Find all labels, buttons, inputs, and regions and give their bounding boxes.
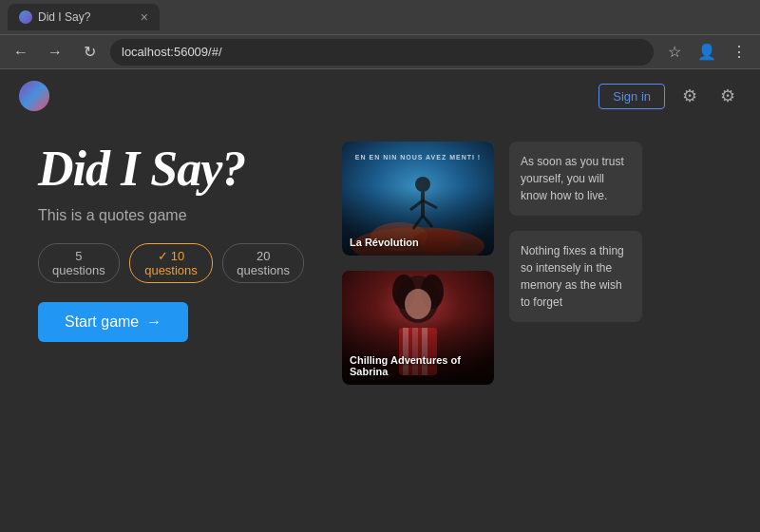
browser-chrome: Did I Say? × ← → ↻ localhost:56009/#/ ☆ … <box>0 0 760 69</box>
app-navbar: Sign in ⚙ ⚙ <box>0 69 760 123</box>
tab-favicon <box>19 10 32 24</box>
url-text: localhost:56009/#/ <box>122 45 222 59</box>
la-revolution-card-inner: La Révolution <box>342 142 494 256</box>
app-main: Did I Say? This is a quotes game 5 quest… <box>0 123 760 404</box>
gear-icon[interactable]: ⚙ <box>714 83 741 109</box>
quote-card-1: As soon as you trust yourself, you will … <box>509 142 642 216</box>
show-card-la-revolution[interactable]: EN EN NIN NOUS AVEZ MENTI ! La Révolutio… <box>342 142 494 256</box>
question-option-5[interactable]: 5 questions <box>38 243 120 283</box>
question-option-20-label: 20 questions <box>237 249 290 277</box>
start-game-arrow: → <box>146 314 162 331</box>
game-title: Did I Say? <box>38 142 304 196</box>
right-panel: EN EN NIN NOUS AVEZ MENTI ! La Révolutio… <box>342 142 722 385</box>
question-option-20[interactable]: 20 questions <box>222 243 304 283</box>
la-revolution-label: La Révolution <box>350 237 419 248</box>
question-option-10[interactable]: ✓10 questions <box>129 243 214 283</box>
game-subtitle: This is a quotes game <box>38 207 304 224</box>
sabrina-label: Chilling Adventures of Sabrina <box>350 354 486 377</box>
question-option-10-label: 10 questions <box>144 249 198 277</box>
quote-text-1: As soon as you trust yourself, you will … <box>521 153 631 204</box>
back-button[interactable]: ← <box>8 39 34 66</box>
address-bar[interactable]: localhost:56009/#/ <box>110 39 654 66</box>
tab-title: Did I Say? <box>38 10 90 24</box>
quote-cards-column: As soon as you trust yourself, you will … <box>509 142 642 385</box>
question-option-5-label: 5 questions <box>52 249 105 277</box>
menu-icon[interactable]: ⋮ <box>726 39 752 66</box>
tab-close-button[interactable]: × <box>141 10 148 25</box>
account-icon[interactable]: 👤 <box>694 39 720 66</box>
browser-tab-active[interactable]: Did I Say? × <box>8 4 160 30</box>
left-panel: Did I Say? This is a quotes game 5 quest… <box>38 142 304 385</box>
settings-icon[interactable]: ⚙ <box>676 83 703 109</box>
check-icon: ✓ <box>158 249 168 263</box>
forward-button[interactable]: → <box>42 39 68 66</box>
start-game-label: Start game <box>65 314 139 331</box>
browser-tabs: Did I Say? × <box>0 0 760 34</box>
show-card-sabrina[interactable]: Chilling Adventures of Sabrina <box>342 271 494 385</box>
browser-toolbar: ← → ↻ localhost:56009/#/ ☆ 👤 ⋮ <box>0 34 760 68</box>
app-nav-actions: Sign in ⚙ ⚙ <box>598 83 741 109</box>
quote-card-2: Nothing fixes a thing so intensely in th… <box>509 231 642 322</box>
quote-text-2: Nothing fixes a thing so intensely in th… <box>521 242 631 311</box>
sign-in-button[interactable]: Sign in <box>598 84 665 109</box>
show-cards-column: EN EN NIN NOUS AVEZ MENTI ! La Révolutio… <box>342 142 494 385</box>
app-window: Sign in ⚙ ⚙ Did I Say? This is a quotes … <box>0 69 760 532</box>
toolbar-actions: ☆ 👤 ⋮ <box>661 39 752 66</box>
refresh-button[interactable]: ↻ <box>76 39 103 66</box>
sabrina-card-inner: Chilling Adventures of Sabrina <box>342 271 494 385</box>
start-game-button[interactable]: Start game → <box>38 302 188 342</box>
bookmark-icon[interactable]: ☆ <box>661 39 688 66</box>
app-logo <box>19 81 49 111</box>
question-options: 5 questions ✓10 questions 20 questions <box>38 243 304 283</box>
